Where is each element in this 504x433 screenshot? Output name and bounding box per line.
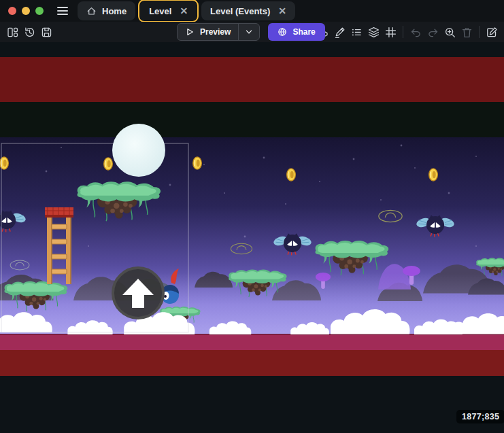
star xyxy=(61,147,62,148)
maximize-window-button[interactable] xyxy=(35,7,44,15)
tab-level-events[interactable]: Level (Events) ✕ xyxy=(201,1,295,20)
coin-instance[interactable] xyxy=(287,169,296,181)
share-button[interactable]: Share xyxy=(268,23,324,41)
window-controls xyxy=(8,7,44,15)
star xyxy=(224,192,225,194)
preview-button[interactable]: Preview xyxy=(177,23,260,41)
dark-band xyxy=(0,102,504,137)
moon-instance[interactable] xyxy=(112,124,165,177)
toolbar-center-group: Preview Share xyxy=(177,23,325,41)
home-icon xyxy=(86,6,97,16)
hamburger-menu-button[interactable] xyxy=(54,4,71,18)
panels-icon[interactable] xyxy=(4,24,20,40)
star xyxy=(475,245,477,247)
tab-level-label: Level xyxy=(149,6,171,16)
tab-bar: Home Level ✕ Level (Events) ✕ xyxy=(78,0,295,22)
history-icon[interactable] xyxy=(21,24,37,40)
titlebar: Home Level ✕ Level (Events) ✕ xyxy=(0,0,504,22)
toolbar-right-group xyxy=(297,24,500,40)
tab-home-label: Home xyxy=(102,6,127,16)
star xyxy=(401,145,403,147)
star xyxy=(380,199,382,201)
star xyxy=(319,181,320,182)
redo-icon[interactable] xyxy=(424,24,441,40)
zoom-in-icon[interactable] xyxy=(441,24,458,40)
layers-icon[interactable] xyxy=(365,24,382,40)
play-icon xyxy=(185,27,195,37)
star xyxy=(448,192,450,194)
tab-level[interactable]: Level ✕ xyxy=(140,1,197,20)
coin-instance[interactable] xyxy=(429,169,438,181)
star xyxy=(46,171,48,173)
preview-dropdown-button[interactable] xyxy=(239,24,259,40)
toolbar-divider xyxy=(403,26,403,38)
bottom-red-band xyxy=(0,350,504,376)
trash-icon[interactable] xyxy=(458,24,475,40)
star xyxy=(244,236,246,238)
pencil-icon[interactable] xyxy=(331,24,348,40)
top-red-band xyxy=(0,57,504,102)
coin-instance[interactable] xyxy=(193,157,202,169)
star xyxy=(285,203,286,205)
star xyxy=(475,156,477,157)
star xyxy=(88,245,89,247)
gdevelop-window: Home Level ✕ Level (Events) ✕ Preview xyxy=(0,0,504,433)
tab-level-events-label: Level (Events) xyxy=(210,6,270,16)
grid-icon[interactable] xyxy=(382,24,399,40)
globe-icon xyxy=(278,27,287,37)
tutorial-highlight-frame: Level ✕ xyxy=(138,0,199,22)
star xyxy=(263,157,265,159)
preview-main-segment[interactable]: Preview xyxy=(178,24,238,40)
chevron-down-icon xyxy=(244,27,254,37)
instances-list-icon[interactable] xyxy=(348,24,365,40)
coin-instance[interactable] xyxy=(104,158,113,170)
edit-properties-icon[interactable] xyxy=(484,24,500,40)
star xyxy=(203,164,205,165)
tab-home[interactable]: Home xyxy=(78,1,135,20)
close-tab-icon[interactable]: ✕ xyxy=(180,6,188,16)
save-icon[interactable] xyxy=(38,24,54,40)
pink-band xyxy=(0,335,504,350)
cursor-coordinates-badge: 1877;835 xyxy=(456,410,504,423)
undo-icon[interactable] xyxy=(407,24,424,40)
close-window-button[interactable] xyxy=(8,7,16,15)
preview-label: Preview xyxy=(200,27,231,37)
toolbar-divider xyxy=(479,26,480,38)
star xyxy=(169,184,171,186)
minimize-window-button[interactable] xyxy=(22,7,30,15)
scene-svg xyxy=(0,42,504,433)
editor-toolbar: Preview Share xyxy=(0,22,504,42)
close-tab-icon[interactable]: ✕ xyxy=(278,6,286,16)
star xyxy=(353,158,355,160)
up-arrow-touch-control[interactable] xyxy=(113,268,163,318)
star xyxy=(414,167,416,169)
share-label: Share xyxy=(292,27,315,37)
toolbar-left-group xyxy=(4,24,54,40)
scene-editor-canvas[interactable]: 1877;835 xyxy=(0,42,504,433)
